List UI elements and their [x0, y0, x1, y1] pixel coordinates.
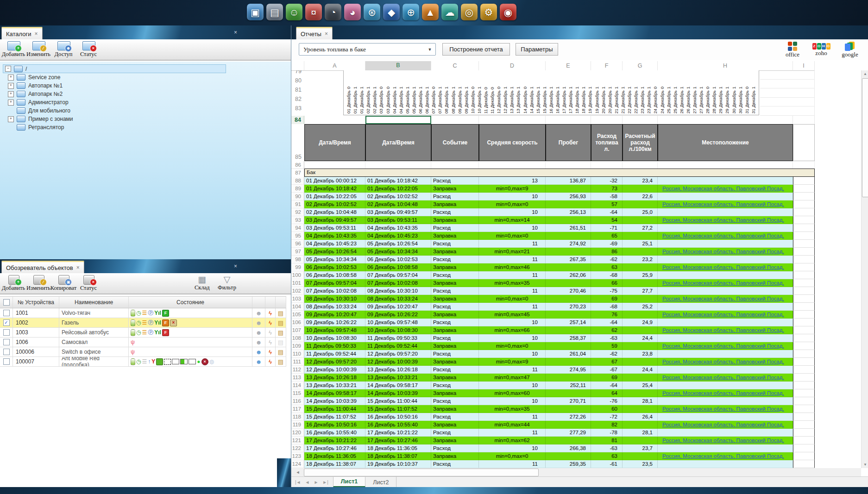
report-row-97[interactable]: 9705 Декабрь 10:26:5405 Декабрь 10:34:34…	[291, 248, 815, 256]
cell-mileage[interactable]: 261,04	[546, 350, 591, 358]
cell-avg-speed[interactable]: min=0,max=46	[479, 263, 546, 271]
report-row-93[interactable]: 9303 Декабрь 09:49:5703 Декабрь 09:53:11…	[291, 216, 815, 224]
cell-fuel[interactable]: -76	[591, 397, 623, 405]
cell-fuel[interactable]: 59	[591, 342, 623, 350]
cell-fuel[interactable]: -64	[591, 208, 623, 216]
cell-location[interactable]: Россия, Московская область, Павловский П…	[658, 248, 793, 256]
tab-catalogs[interactable]: Каталоги ×	[1, 27, 43, 39]
location-link[interactable]: Россия, Московская область, Павловский П…	[662, 327, 784, 333]
device-row-100007[interactable]: 100007Ant Mobile Red (подсобка)◷☰↑Y●×◍☻ϟ…	[0, 357, 286, 367]
sheet-cell[interactable]	[793, 224, 815, 232]
scroll-left-icon[interactable]: ◄	[294, 469, 302, 475]
cell-avg-speed[interactable]: min=0,max=60	[479, 389, 546, 397]
row-number[interactable]: 89	[291, 185, 304, 193]
cell-date-start[interactable]: 18 Декабрь 11:36:05	[304, 452, 365, 460]
sheet-cell[interactable]	[793, 405, 815, 413]
cell-calc[interactable]	[623, 374, 658, 381]
cell-avg-speed[interactable]: min=0,max=0	[479, 295, 546, 303]
sheet-cell[interactable]	[793, 452, 815, 460]
sheet-cell[interactable]	[793, 397, 815, 405]
header-date-end[interactable]: Дата/Время	[365, 124, 431, 161]
lightning-icon[interactable]: ϟ	[269, 339, 272, 345]
row-number[interactable]: 104	[291, 303, 304, 311]
report-row-105[interactable]: 10509 Декабрь 10:20:4709 Декабрь 10:26:2…	[291, 311, 815, 319]
row-number[interactable]: 102	[291, 287, 304, 295]
cell-mileage[interactable]	[546, 342, 591, 350]
cell-location[interactable]	[658, 177, 793, 185]
row-number[interactable]: 85	[291, 124, 304, 161]
sheet-cell[interactable]	[793, 413, 815, 421]
horizontal-scrollbar[interactable]: ◄	[291, 468, 861, 476]
users-icon[interactable]: ☻	[256, 359, 262, 365]
cell-mileage[interactable]: 252,11	[546, 381, 591, 389]
cell-location[interactable]: Россия, Московская область, Павловский П…	[658, 405, 793, 413]
location-link[interactable]: Россия, Московская область, Павловский П…	[662, 312, 784, 317]
cell-mileage[interactable]: 277,29	[546, 429, 591, 437]
cell-location[interactable]: Россия, Московская область, Павловский П…	[658, 295, 793, 303]
settings-icon[interactable]: ⚙	[480, 4, 497, 20]
row-number[interactable]: 110	[291, 350, 304, 358]
cell-event[interactable]: Расход	[431, 240, 479, 248]
header-fuel-consumption[interactable]: Расход топлива л.	[591, 124, 623, 161]
cell-date-end[interactable]: 14 Декабрь 09:58:17	[365, 381, 431, 389]
cell-location[interactable]	[658, 381, 793, 389]
tree-item-5[interactable]: Для мобильного	[17, 106, 70, 115]
sheet-cell[interactable]	[793, 116, 815, 124]
cell-fuel[interactable]: 82	[591, 421, 623, 429]
sheet-cell[interactable]	[623, 116, 658, 124]
sheet-cell[interactable]	[793, 256, 815, 263]
location-link[interactable]: Россия, Московская область, Павловский П…	[662, 343, 784, 349]
cell-calc[interactable]: 23,7	[623, 444, 658, 452]
cell-date-end[interactable]: 06 Декабрь 10:08:58	[365, 263, 431, 271]
expand-icon[interactable]: +	[8, 100, 14, 106]
cell-fuel[interactable]: 63	[591, 452, 623, 460]
catalogs-panel-close-icon[interactable]: ×	[234, 29, 237, 36]
agent-location-icon[interactable]: ☺	[286, 4, 302, 20]
sheet-cell[interactable]	[658, 116, 793, 124]
cell-date-end[interactable]: 14 Декабрь 10:03:39	[365, 389, 431, 397]
cell-date-start[interactable]: 04 Декабрь 10:43:35	[304, 232, 365, 240]
cell-date-start[interactable]: 13 Декабрь 10:26:18	[304, 374, 365, 381]
sheet-cell[interactable]	[793, 161, 815, 169]
selected-cell-B84[interactable]	[365, 116, 431, 124]
cell-mileage[interactable]	[546, 279, 591, 287]
sheet-nav-3[interactable]: ►|	[322, 480, 328, 485]
device-checkbox[interactable]: ✓	[3, 319, 10, 326]
cell-date-start[interactable]: 17 Декабрь 10:27:46	[304, 444, 365, 452]
cell-avg-speed[interactable]: 10	[479, 319, 546, 326]
cell-event[interactable]: Расход	[431, 224, 479, 232]
cell-mileage[interactable]	[546, 437, 591, 444]
cell-date-start[interactable]: 12 Декабрь 10:00:39	[304, 366, 365, 374]
section-label-bak[interactable]: Бак	[304, 169, 815, 177]
row-number[interactable]: 99	[291, 263, 304, 271]
cell-avg-speed[interactable]: min=0,max=35	[479, 405, 546, 413]
row-number[interactable]: 83	[295, 104, 302, 113]
report-row-90[interactable]: 9001 Декабрь 10:22:0502 Декабрь 10:02:52…	[291, 193, 815, 200]
cell-event[interactable]: Расход	[431, 413, 479, 421]
cell-date-end[interactable]: 02 Декабрь 10:02:52	[365, 193, 431, 200]
cell-fuel[interactable]: -67	[591, 366, 623, 374]
cell-mileage[interactable]	[546, 405, 591, 413]
cell-avg-speed[interactable]: 11	[479, 271, 546, 279]
location-link[interactable]: Россия, Московская область, Павловский П…	[662, 217, 784, 223]
id-card-icon[interactable]: ▤	[278, 359, 283, 365]
report-row-116[interactable]: 11614 Декабрь 10:03:3915 Декабрь 11:00:4…	[291, 397, 815, 405]
row-number[interactable]: 98	[291, 256, 304, 263]
cell-fuel[interactable]: -62	[591, 256, 623, 263]
cell-calc[interactable]	[623, 216, 658, 224]
sheet-cell[interactable]	[793, 216, 815, 224]
location-link[interactable]: Россия, Московская область, Павловский П…	[662, 453, 784, 459]
location-link[interactable]: Россия, Московская область, Павловский П…	[662, 359, 784, 364]
cell-calc[interactable]	[623, 342, 658, 350]
export-office-button[interactable]: office	[781, 40, 804, 60]
cell-event[interactable]: Расход	[431, 287, 479, 295]
tree-item-2[interactable]: +Автопарк №1	[8, 81, 63, 90]
cell-fuel[interactable]: 76	[591, 311, 623, 319]
cell-date-start[interactable]: 03 Декабрь 09:53:11	[304, 224, 365, 232]
tab-object-explorer-close-icon[interactable]: ×	[76, 264, 80, 271]
cell-event[interactable]: Расход	[431, 193, 479, 200]
cell-fuel[interactable]: -32	[591, 177, 623, 185]
cell-location[interactable]	[658, 256, 793, 263]
cell-location[interactable]: Россия, Московская область, Павловский П…	[658, 263, 793, 271]
cell-date-start[interactable]: 01 Декабрь 10:18:42	[304, 185, 365, 193]
